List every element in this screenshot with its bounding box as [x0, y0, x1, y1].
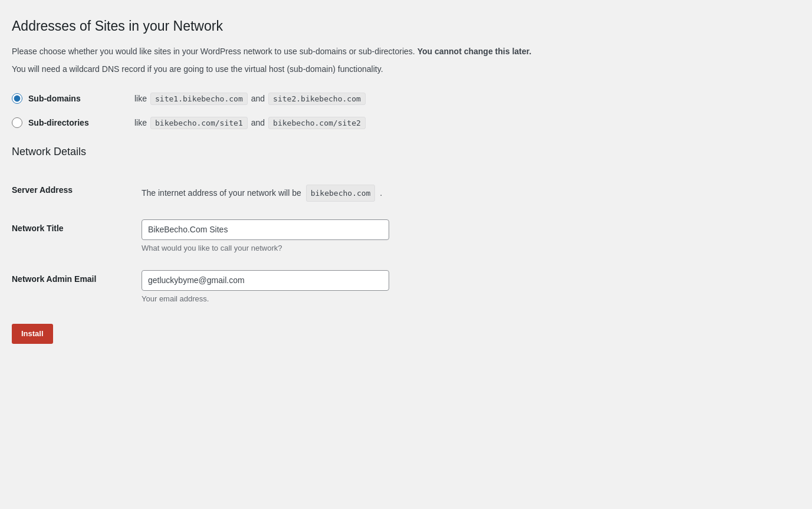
dns-notice: You will need a wildcard DNS record if y…	[12, 63, 578, 75]
server-address-label: Server Address	[12, 185, 73, 195]
network-title-label: Network Title	[12, 224, 64, 233]
subdirectory-radio[interactable]	[12, 117, 22, 128]
intro-text: Please choose whether you would like sit…	[12, 45, 578, 58]
network-admin-email-label: Network Admin Email	[12, 274, 96, 284]
network-title-input[interactable]	[142, 219, 389, 240]
subdomain-radio[interactable]	[12, 93, 22, 104]
subdirectory-label[interactable]: Sub-directories	[28, 118, 123, 127]
network-details-title: Network Details	[12, 146, 578, 158]
subdomain-example-2: site2.bikebecho.com	[268, 93, 366, 105]
subdomain-example: like site1.bikebecho.com and site2.bikeb…	[134, 93, 366, 105]
address-type-radio-group: Sub-domains like site1.bikebecho.com and…	[12, 93, 578, 129]
server-address-value: bikebecho.com	[306, 185, 376, 202]
subdomain-example-1: site1.bikebecho.com	[150, 93, 248, 105]
page-title: Addresses of Sites in your Network	[12, 18, 578, 35]
subdirectory-example-2: bikebecho.com/site2	[268, 117, 366, 129]
subdomain-radio-row: Sub-domains like site1.bikebecho.com and…	[12, 93, 578, 105]
install-button[interactable]: Install	[12, 324, 53, 344]
subdirectory-example: like bikebecho.com/site1 and bikebecho.c…	[134, 117, 366, 129]
server-address-text: The internet address of your network wil…	[142, 181, 572, 202]
network-admin-email-row: Network Admin Email Your email address.	[12, 261, 578, 312]
network-title-row: Network Title What would you like to cal…	[12, 211, 578, 261]
network-admin-email-description: Your email address.	[142, 294, 572, 303]
network-admin-email-input[interactable]	[142, 270, 389, 291]
network-details-section: Network Details	[12, 146, 578, 158]
subdomain-label[interactable]: Sub-domains	[28, 94, 123, 103]
subdirectory-radio-row: Sub-directories like bikebecho.com/site1…	[12, 117, 578, 129]
subdirectory-example-1: bikebecho.com/site1	[150, 117, 248, 129]
server-address-row: Server Address The internet address of y…	[12, 172, 578, 211]
page-container: Addresses of Sites in your Network Pleas…	[12, 18, 578, 344]
network-title-description: What would you like to call your network…	[142, 244, 572, 252]
network-details-form: Server Address The internet address of y…	[12, 172, 578, 312]
